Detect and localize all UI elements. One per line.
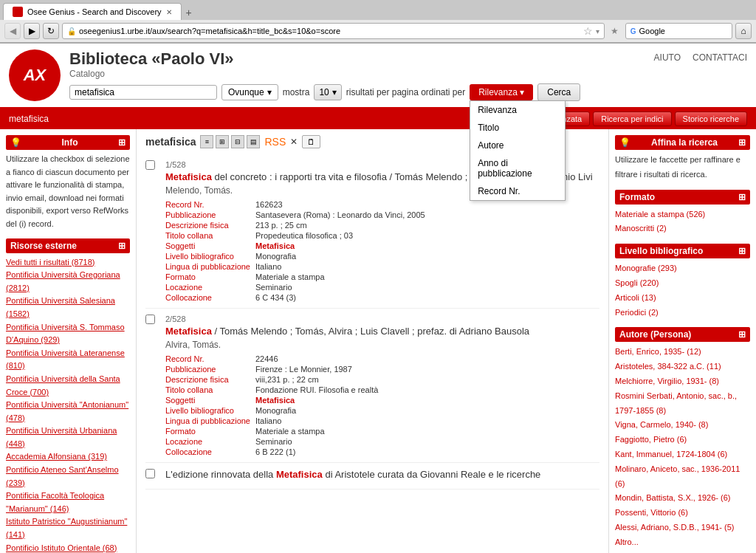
- external-link-5[interactable]: Pontificia Università della Santa Croce …: [6, 373, 130, 399]
- sort-option-record[interactable]: Record Nr.: [470, 182, 565, 200]
- index-search-btn[interactable]: Ricerca per indici: [593, 111, 671, 126]
- basket-btn[interactable]: 🗒: [302, 135, 320, 148]
- rss-feed-icon[interactable]: RSS: [264, 136, 286, 148]
- autore-link-5[interactable]: Faggiotto, Pietro (6): [615, 435, 687, 444]
- external-expand-icon[interactable]: ⊞: [118, 241, 126, 251]
- external-link-4[interactable]: Pontificia Università Lateranense (810): [6, 347, 130, 373]
- external-link-9[interactable]: Pontificio Ateneo Sant'Anselmo (239): [6, 464, 130, 490]
- autore-link-6[interactable]: Kant, Immanuel, 1724-1804 (6): [615, 450, 727, 458]
- autore-link-altro[interactable]: Altro...: [615, 537, 639, 546]
- autore-link-8[interactable]: Mondin, Battista, S.X., 1926- (6): [615, 493, 731, 502]
- external-link-2[interactable]: Pontificia Università Salesiana (1582): [6, 295, 130, 320]
- new-tab-btn[interactable]: +: [182, 5, 196, 20]
- affina-content: Utilizzare le faccette per raffinare e f…: [615, 153, 750, 182]
- info-icon: 💡: [10, 137, 21, 148]
- affina-expand-icon[interactable]: ⊞: [738, 137, 746, 148]
- sort-option-author[interactable]: Autore: [470, 137, 565, 154]
- reload-btn[interactable]: ↻: [43, 23, 59, 39]
- livello-header: Livello bibliografico ⊞: [615, 244, 750, 258]
- sort-option-title[interactable]: Titolo: [470, 119, 565, 137]
- external-link-6[interactable]: Pontificia Università "Antonianum" (478): [6, 399, 130, 425]
- result-2-title: Metafisica / Tomás Melendo ; Tomás, Alvi…: [165, 326, 599, 337]
- tab-close-btn[interactable]: ✕: [166, 8, 172, 16]
- site-subtitle: Catalogo: [69, 69, 747, 79]
- result-2-descrizione: viii,231 p. ; 22 cm: [255, 375, 599, 384]
- livello-link-3[interactable]: Periodici (2): [615, 308, 659, 317]
- result-2-details: Record Nr. 22446 Pubblicazione Firenze :…: [165, 354, 599, 456]
- external-link-7[interactable]: Pontificia Università Urbaniana (448): [6, 425, 130, 450]
- external-link-8[interactable]: Accademia Alfonsiana (319): [6, 450, 130, 464]
- formato-expand-icon[interactable]: ⊞: [738, 192, 746, 202]
- result-3-checkbox[interactable]: [145, 469, 155, 478]
- label-locazione-1: Locazione: [165, 283, 254, 292]
- forward-btn[interactable]: ▶: [24, 23, 40, 39]
- autore-link-10[interactable]: Alessi, Adriano, S.D.B., 1941- (5): [615, 523, 734, 532]
- livello-link-2[interactable]: Articoli (13): [615, 293, 656, 302]
- autore-link-3[interactable]: Rosmini Serbati, Antonio, sac., b., 1797…: [615, 391, 737, 415]
- livello-link-0[interactable]: Monografie (293): [615, 264, 677, 272]
- external-link-3[interactable]: Pontificia Università S. Tommaso D'Aquin…: [6, 321, 130, 347]
- result-2-title-link[interactable]: Metafisica: [165, 326, 212, 337]
- result-1-title-link[interactable]: Metafisica: [165, 171, 212, 182]
- formato-link-0[interactable]: Materiale a stampa (526): [615, 210, 705, 219]
- address-url[interactable]: oseegenius1.urbe.it/aux/search?q=metafis…: [79, 27, 581, 35]
- info-expand-icon[interactable]: ⊞: [118, 137, 126, 148]
- external-link-12[interactable]: Pontificio Istituto Orientale (68): [6, 542, 130, 553]
- label-record-nr-1: Record Nr.: [165, 200, 254, 209]
- autore-persona-expand-icon[interactable]: ⊞: [738, 329, 746, 340]
- rss-icon[interactable]: ★: [608, 24, 622, 38]
- autore-link-7[interactable]: Molinaro, Aniceto, sac., 1936-2011 (6): [615, 464, 740, 488]
- result-2-lingua: Italiano: [255, 416, 599, 425]
- home-btn[interactable]: ⌂: [735, 23, 752, 39]
- browser-search-input[interactable]: [668, 27, 727, 35]
- autore-link-2[interactable]: Melchiorre, Virgilio, 1931- (8): [615, 377, 719, 385]
- result-2-soggetti[interactable]: Metafisica: [255, 396, 599, 405]
- contact-link[interactable]: CONTATTACI: [693, 52, 747, 63]
- result-2-pubblicazione: Firenze : Le Monnier, 1987: [255, 365, 599, 374]
- livello-expand-icon[interactable]: ⊞: [738, 246, 746, 256]
- sort-btn[interactable]: Rilevanza ▾: [470, 84, 533, 100]
- close-results-icon[interactable]: ✕: [290, 137, 298, 147]
- scope-dropdown[interactable]: Ovunque ▾: [221, 84, 278, 100]
- autore-link-9[interactable]: Possenti, Vittorio (6): [615, 508, 688, 517]
- logo-text: AX: [24, 66, 47, 85]
- sort-arrow-icon: ▾: [520, 87, 524, 97]
- external-link-0[interactable]: Vedi tutti i risultati (8718): [6, 256, 130, 269]
- bookmark-icon[interactable]: ☆: [581, 24, 596, 38]
- result-2-formato: Materiale a stampa: [255, 427, 599, 436]
- table-view-icon[interactable]: ⊟: [231, 135, 244, 148]
- formato-header: Formato ⊞: [615, 190, 750, 205]
- sort-option-year[interactable]: Anno di pubblicazione: [470, 154, 565, 182]
- autore-link-4[interactable]: Vigna, Carmelo, 1940- (8): [615, 420, 708, 429]
- info-title: Info: [62, 137, 78, 148]
- help-link[interactable]: AIUTO: [654, 52, 681, 63]
- history-btn[interactable]: Storico ricerche: [675, 111, 747, 126]
- autore-link-0[interactable]: Berti, Enrico, 1935- (12): [615, 347, 701, 356]
- back-btn[interactable]: ◀: [4, 23, 21, 39]
- compact-view-icon[interactable]: ▤: [247, 135, 260, 148]
- view-icons: ≡ ⊞ ⊟ ▤: [200, 135, 260, 148]
- result-1-collocazione: 6 C 434 (3): [255, 293, 599, 302]
- sort-option-relevance[interactable]: Rilevanza: [470, 101, 565, 119]
- search-btn[interactable]: Cerca: [537, 83, 580, 101]
- external-link-1[interactable]: Pontificia Università Gregoriana (2812): [6, 269, 130, 295]
- autore-link-1[interactable]: Aristoteles, 384-322 a.C. (11): [615, 362, 721, 371]
- label-soggetti-2: Soggetti: [165, 396, 254, 405]
- show-label: mostra: [283, 87, 310, 97]
- external-link-11[interactable]: Istituto Patristico "Augustinianum" (141…: [6, 515, 130, 541]
- result-1-checkbox[interactable]: [145, 160, 155, 170]
- search-input[interactable]: [75, 87, 212, 97]
- grid-view-icon[interactable]: ⊞: [216, 135, 229, 148]
- result-3-title-link[interactable]: Metafisica: [276, 469, 323, 480]
- result-3-title: L'edizione rinnovata della Metafisica di…: [165, 469, 599, 480]
- result-1-collana: Propedeutica filosofica ; 03: [255, 231, 599, 240]
- result-1-soggetti[interactable]: Metafisica: [255, 241, 599, 250]
- active-tab[interactable]: Osee Genius - Search and Discovery ✕: [3, 3, 182, 20]
- list-view-icon[interactable]: ≡: [200, 135, 213, 148]
- formato-link-1[interactable]: Manoscritti (2): [615, 224, 667, 233]
- per-page-dropdown[interactable]: 10 ▾: [314, 84, 341, 100]
- livello-link-1[interactable]: Spogli (220): [615, 278, 659, 287]
- external-link-10[interactable]: Pontificia Facoltà Teologica "Marianum" …: [6, 490, 130, 515]
- result-2-checkbox[interactable]: [145, 315, 155, 324]
- external-resources-content: Vedi tutti i risultati (8718) Pontificia…: [6, 256, 130, 553]
